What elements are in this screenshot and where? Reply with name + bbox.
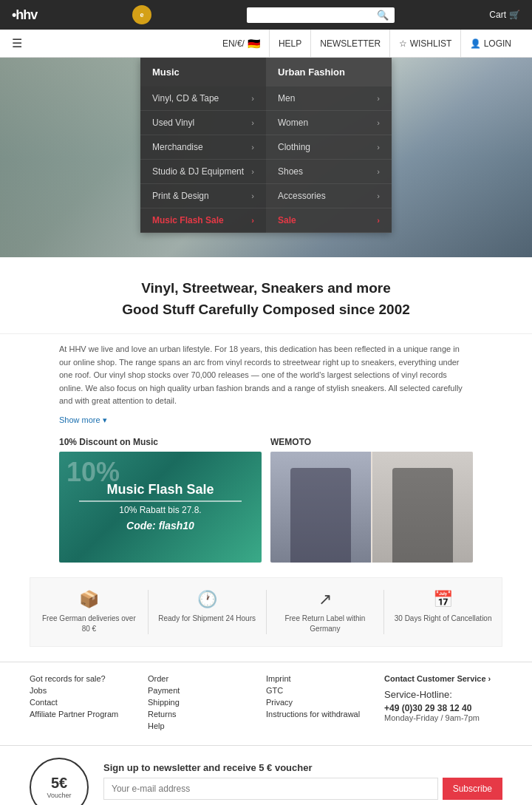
secondary-nav: ☰ EN/€/ 🇩🇪 HELP NEWSLETTER ☆ WISHLIST 👤 … [0,30,532,58]
nav-lang[interactable]: EN/€/ 🇩🇪 [214,30,269,58]
search-input[interactable] [253,10,377,20]
chevron-right-icon: › [377,191,380,200]
chevron-right-icon: › [251,216,254,225]
cart-button[interactable]: Cart 🛒 [489,10,520,20]
chevron-right-icon: › [377,167,380,176]
feature-cancellation: 📅 30 Days Right of Cancellation [384,590,502,634]
footer-links: Got records for sale? Jobs Contact Affil… [0,662,532,745]
fashion-promo-card[interactable] [270,452,473,563]
footer-link-jobs[interactable]: Jobs [30,686,148,695]
newsletter-form: Sign up to newsletter and receive 5 € vo… [103,762,502,805]
footer-link-privacy[interactable]: Privacy [266,698,384,707]
fashion-column: Urban Fashion Men › Women › Clothing › S… [266,58,392,233]
chevron-right-icon: › [251,191,254,200]
footer-col-customer-service: Contact Customer Service › Service-Hotli… [384,674,502,733]
footer-link-gtc[interactable]: GTC [266,686,384,695]
footer-link-shipping[interactable]: Shipping [148,698,266,707]
chevron-down-icon: ▾ [103,415,107,425]
footer-col-legal: Imprint GTC Privacy Instructions for wit… [266,674,384,733]
feature-delivery: 📦 Free German deliveries over 80 € [30,590,149,634]
chevron-right-icon: › [251,143,254,152]
person-silhouette-right [392,468,453,563]
footer-col-service: Order Payment Shipping Returns Help [148,674,266,733]
footer-service-label: Service-Hotline: [384,689,502,700]
chevron-right-icon: › [251,167,254,176]
calendar-icon: 📅 [433,590,453,609]
voucher-label: Voucher [47,792,71,799]
footer-link-payment[interactable]: Payment [148,686,266,695]
search-container: 🔍 [247,7,395,23]
chevron-right-icon: › [377,118,380,127]
feature-shipment-text: Ready for Shipment 24 Hours [158,614,256,624]
chevron-right-icon: › [251,94,254,103]
hamburger-menu[interactable]: ☰ [12,36,22,50]
music-column: Music Vinyl, CD & Tape › Used Vinyl › Me… [140,58,266,233]
flag-icon: 🇩🇪 [248,38,260,50]
footer-link-order[interactable]: Order [148,674,266,683]
cart-label: Cart [489,10,506,20]
top-bar: •hhv e 🔍 Cart 🛒 [0,0,532,30]
menu-print-design[interactable]: Print & Design › [140,184,266,208]
footer-link-help[interactable]: Help [148,721,266,730]
promo-title: Music Flash Sale [79,482,241,502]
menu-vinyl-cd-tape[interactable]: Vinyl, CD & Tape › [140,86,266,111]
feature-return-text: Free Return Label within Germany [274,614,377,634]
eco-badge: e [132,5,151,24]
description-section: At HHV we live and love an urban lifesty… [0,333,532,412]
fashion-promo-box: WEMOTO [270,437,473,563]
music-header: Music [140,58,266,86]
nav-help[interactable]: HELP [269,30,310,58]
description-text: At HHV we live and love an urban lifesty… [59,343,473,408]
footer-service-heading[interactable]: Contact Customer Service › [384,674,502,683]
footer-link-contact[interactable]: Contact [30,698,148,707]
voucher-badge: 5€ Voucher [30,758,89,805]
footer-link-records[interactable]: Got records for sale? [30,674,148,683]
menu-accessories[interactable]: Accessories › [266,184,392,208]
hero-section: Music Vinyl, CD & Tape › Used Vinyl › Me… [0,58,532,257]
promo-code: Code: flash10 [126,520,194,531]
promo-section: 10% Discount on Music 10% Music Flash Sa… [0,437,532,577]
fashion-model-left [270,452,371,563]
logo[interactable]: •hhv [12,7,37,23]
menu-studio-dj[interactable]: Studio & DJ Equipment › [140,160,266,184]
tagline-heading: Vinyl, Streetwear, Sneakers and more Goo… [12,278,520,320]
cart-icon: 🛒 [509,10,520,20]
nav-login[interactable]: 👤 LOGIN [460,30,520,58]
nav-wishlist[interactable]: ☆ WISHLIST [389,30,460,58]
chevron-right-icon: › [377,94,380,103]
menu-used-vinyl[interactable]: Used Vinyl › [140,111,266,135]
nav-newsletter[interactable]: NEWSLETTER [310,30,389,58]
newsletter-subscribe-button[interactable]: Subscribe [443,778,502,800]
person-silhouette-left [290,468,351,563]
menu-women[interactable]: Women › [266,111,392,135]
footer-col-about: Got records for sale? Jobs Contact Affil… [30,674,148,733]
chevron-right-icon: › [251,118,254,127]
return-icon: ↗ [318,590,332,609]
newsletter-section: 5€ Voucher Sign up to newsletter and rec… [0,745,532,805]
search-icon[interactable]: 🔍 [377,10,389,21]
menu-clothing[interactable]: Clothing › [266,135,392,160]
menu-shoes[interactable]: Shoes › [266,160,392,184]
footer-link-returns[interactable]: Returns [148,710,266,719]
menu-music-flash-sale[interactable]: Music Flash Sale › [140,208,266,233]
feature-return: ↗ Free Return Label within Germany [267,590,385,634]
features-section: 📦 Free German deliveries over 80 € 🕐 Rea… [30,577,502,647]
newsletter-email-input[interactable] [103,778,438,800]
menu-men[interactable]: Men › [266,86,392,111]
fashion-header: Urban Fashion [266,58,392,86]
show-more-button[interactable]: Show more ▾ [0,412,532,437]
footer-link-withdrawal[interactable]: Instructions for withdrawal [266,710,384,719]
feature-shipment: 🕐 Ready for Shipment 24 Hours [149,590,267,634]
clock-icon: 🕐 [197,590,217,609]
promo-subtitle: 10% Rabatt bis 27.8. [119,505,201,515]
menu-merchandise[interactable]: Merchandise › [140,135,266,160]
chevron-right-icon: › [377,216,380,225]
footer-link-affiliate[interactable]: Affiliate Partner Program [30,710,148,719]
feature-delivery-text: Free German deliveries over 80 € [38,614,140,634]
music-promo-box: 10% Discount on Music 10% Music Flash Sa… [59,437,262,563]
menu-sale[interactable]: Sale › [266,208,392,233]
music-promo-card[interactable]: 10% Music Flash Sale 10% Rabatt bis 27.8… [59,452,262,563]
chevron-right-icon: › [377,143,380,152]
footer-link-imprint[interactable]: Imprint [266,674,384,683]
newsletter-input-row: Subscribe [103,778,502,800]
